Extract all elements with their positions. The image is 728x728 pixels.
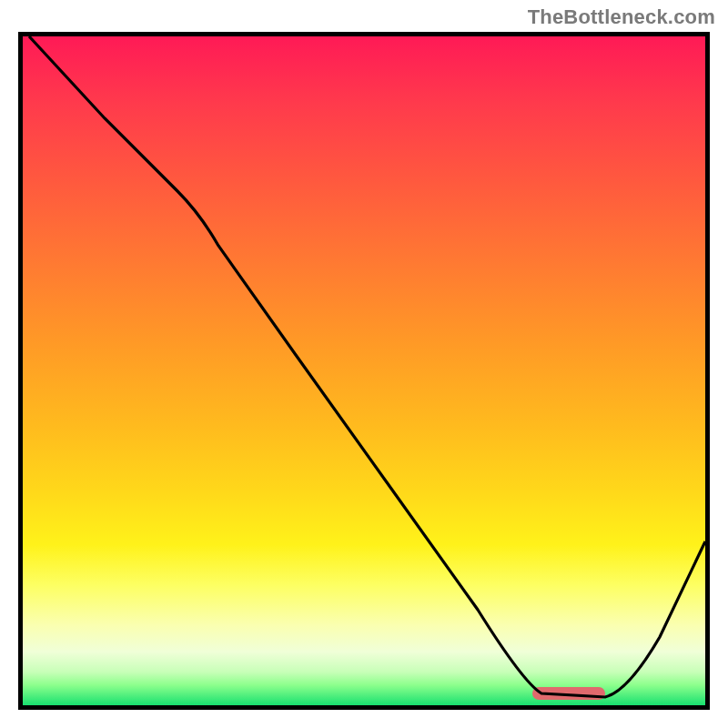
plot-frame	[18, 32, 710, 710]
optimum-marker	[532, 687, 605, 700]
watermark-text: TheBottleneck.com	[528, 5, 715, 29]
chart-container: TheBottleneck.com	[0, 0, 728, 728]
background-gradient	[23, 36, 705, 705]
